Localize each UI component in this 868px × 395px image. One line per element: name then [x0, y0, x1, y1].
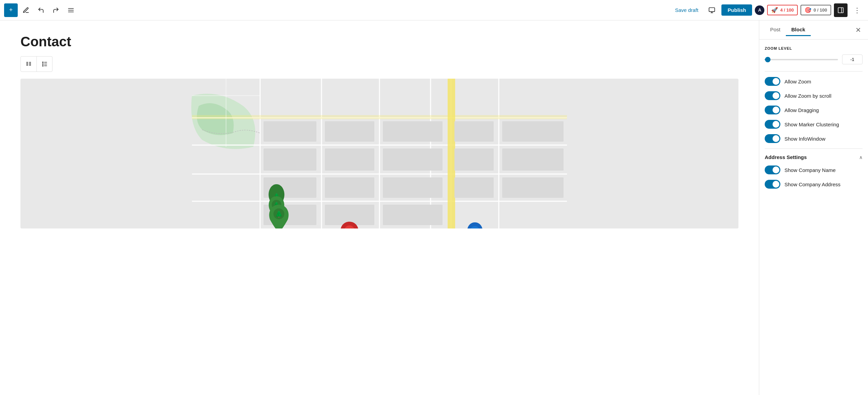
block-toolbar: [20, 56, 53, 72]
editor-area: Contact: [0, 20, 759, 395]
svg-rect-33: [448, 79, 455, 228]
allow-dragging-toggle[interactable]: [765, 106, 780, 114]
sidebar-tabs: Post Block: [765, 24, 811, 36]
close-sidebar-button[interactable]: ✕: [854, 25, 863, 35]
svg-rect-42: [454, 148, 494, 171]
preview-button[interactable]: [705, 3, 719, 17]
tab-block[interactable]: Block: [786, 24, 811, 36]
svg-rect-41: [454, 121, 494, 142]
divider-1: [765, 71, 863, 72]
sidebar-content: ZOOM LEVEL Allow Zoom Allow Zoom by scro…: [759, 40, 868, 201]
publish-button[interactable]: Publish: [721, 4, 752, 16]
allow-zoom-label: Allow Zoom: [784, 79, 811, 84]
map-container[interactable]: 🌲 🌲 🍴: [20, 79, 738, 228]
svg-rect-48: [454, 177, 494, 198]
svg-point-17: [42, 64, 43, 64]
grid-view-block-btn[interactable]: [36, 57, 52, 72]
zoom-slider-track[interactable]: [765, 59, 838, 60]
show-marker-clustering-toggle[interactable]: [765, 120, 780, 129]
svg-rect-37: [325, 121, 374, 142]
svg-point-18: [42, 65, 43, 66]
toolbar: + Save draft: [0, 0, 868, 20]
svg-rect-52: [383, 205, 443, 225]
seo-score-badge[interactable]: 🚀 4 / 100: [767, 5, 798, 15]
more-options-button[interactable]: ⋮: [850, 3, 864, 17]
sidebar-toggle-button[interactable]: [834, 3, 848, 17]
zoom-slider-row: [765, 54, 863, 64]
redo-button[interactable]: [49, 3, 63, 17]
pencil-button[interactable]: [19, 3, 33, 17]
allow-zoom-scroll-toggle[interactable]: [765, 91, 780, 100]
show-company-address-label: Show Company Address: [784, 181, 840, 187]
address-settings-header: Address Settings ∧: [765, 154, 863, 160]
svg-point-16: [42, 62, 43, 63]
toolbar-left: +: [4, 3, 671, 17]
svg-rect-47: [383, 177, 443, 198]
readability-score-value: 0 / 100: [813, 7, 827, 13]
allow-zoom-scroll-label: Allow Zoom by scroll: [784, 93, 832, 99]
undo-button[interactable]: [34, 3, 48, 17]
allow-zoom-scroll-toggle-row: Allow Zoom by scroll: [765, 91, 863, 100]
svg-rect-34: [192, 115, 567, 119]
svg-rect-38: [325, 148, 374, 171]
address-settings-title: Address Settings: [765, 154, 807, 160]
tab-post[interactable]: Post: [765, 24, 786, 36]
show-company-address-toggle-row: Show Company Address: [765, 180, 863, 189]
allow-zoom-toggle-row: Allow Zoom: [765, 77, 863, 86]
svg-text:☕: ☕: [346, 228, 353, 228]
seo-score-icon: 🚀: [771, 7, 778, 13]
aioseo-icon[interactable]: A: [755, 5, 764, 15]
zoom-value-input[interactable]: [842, 54, 863, 64]
show-infowindow-toggle[interactable]: [765, 134, 780, 143]
readability-score-badge[interactable]: 🎯 0 / 100: [800, 5, 831, 15]
toolbar-right: Save draft Publish A 🚀 4 / 100 🎯 0 / 100…: [671, 3, 864, 17]
svg-rect-36: [264, 148, 316, 171]
allow-dragging-label: Allow Dragging: [784, 107, 819, 113]
list-view-button[interactable]: [64, 3, 78, 17]
show-company-address-toggle[interactable]: [765, 180, 780, 189]
svg-text:🌲: 🌲: [275, 210, 283, 218]
allow-dragging-toggle-row: Allow Dragging: [765, 106, 863, 114]
sidebar-header: Post Block ✕: [759, 20, 868, 40]
seo-score-value: 4 / 100: [780, 7, 794, 13]
allow-zoom-toggle[interactable]: [765, 77, 780, 86]
show-marker-clustering-label: Show Marker Clustering: [784, 122, 839, 127]
zoom-level-label: ZOOM LEVEL: [765, 46, 863, 50]
save-draft-button[interactable]: Save draft: [671, 4, 702, 16]
svg-rect-6: [838, 7, 843, 13]
svg-rect-35: [264, 121, 316, 142]
show-marker-clustering-toggle-row: Show Marker Clustering: [765, 120, 863, 129]
list-view-block-btn[interactable]: [21, 57, 36, 72]
svg-rect-3: [709, 7, 715, 12]
svg-rect-49: [502, 177, 564, 198]
add-block-button[interactable]: +: [4, 3, 18, 17]
zoom-slider-thumb[interactable]: [765, 57, 770, 62]
divider-2: [765, 148, 863, 149]
sidebar: Post Block ✕ ZOOM LEVEL Allow Zoom: [759, 20, 868, 395]
show-company-name-toggle[interactable]: [765, 165, 780, 174]
svg-rect-44: [502, 148, 564, 171]
svg-rect-46: [325, 177, 374, 198]
svg-rect-43: [502, 121, 564, 142]
show-company-name-label: Show Company Name: [784, 167, 836, 173]
readability-score-icon: 🎯: [805, 7, 811, 13]
svg-rect-39: [383, 121, 443, 142]
page-title: Contact: [20, 34, 738, 49]
show-company-name-toggle-row: Show Company Name: [765, 165, 863, 174]
svg-rect-40: [383, 148, 443, 171]
main-layout: Contact: [0, 20, 868, 395]
address-settings-collapse-button[interactable]: ∧: [859, 155, 863, 160]
show-infowindow-label: Show InfoWindow: [784, 136, 825, 142]
show-infowindow-toggle-row: Show InfoWindow: [765, 134, 863, 143]
